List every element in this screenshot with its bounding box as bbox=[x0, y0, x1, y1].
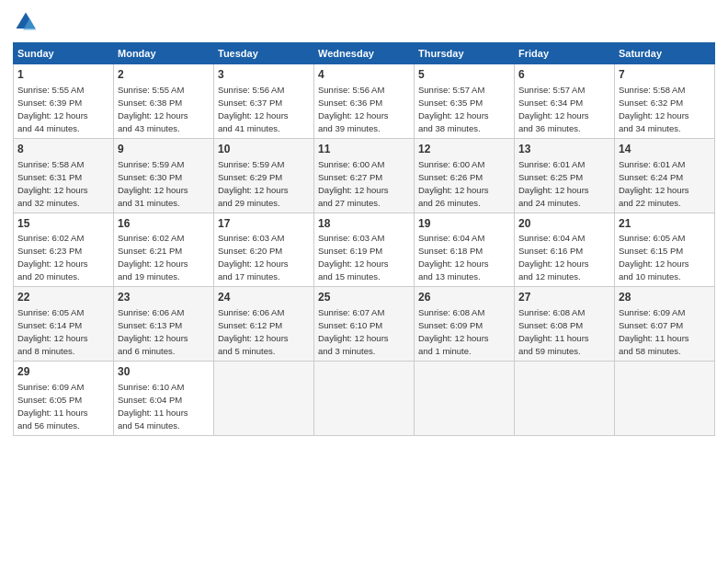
day-info: Sunrise: 5:55 AMSunset: 6:38 PMDaylight:… bbox=[118, 85, 188, 133]
day-number: 14 bbox=[619, 142, 711, 157]
calendar-cell-5: 5Sunrise: 5:57 AMSunset: 6:35 PMDaylight… bbox=[415, 64, 515, 139]
calendar-cell-10: 10Sunrise: 5:59 AMSunset: 6:29 PMDayligh… bbox=[214, 138, 314, 213]
day-info: Sunrise: 6:09 AMSunset: 6:05 PMDaylight:… bbox=[17, 382, 88, 431]
calendar-cell-21: 21Sunrise: 6:05 AMSunset: 6:15 PMDayligh… bbox=[615, 213, 715, 287]
calendar-cell-6: 6Sunrise: 5:57 AMSunset: 6:34 PMDaylight… bbox=[515, 64, 615, 139]
day-number: 28 bbox=[619, 290, 711, 305]
calendar-cell-19: 19Sunrise: 6:04 AMSunset: 6:18 PMDayligh… bbox=[415, 213, 515, 287]
header-day-sunday: Sunday bbox=[14, 43, 114, 64]
day-info: Sunrise: 5:56 AMSunset: 6:36 PMDaylight:… bbox=[318, 85, 389, 133]
header-day-thursday: Thursday bbox=[415, 43, 515, 64]
calendar-cell-20: 20Sunrise: 6:04 AMSunset: 6:16 PMDayligh… bbox=[515, 213, 615, 287]
day-number: 26 bbox=[418, 290, 510, 305]
day-info: Sunrise: 6:07 AMSunset: 6:10 PMDaylight:… bbox=[318, 307, 389, 356]
calendar: SundayMondayTuesdayWednesdayThursdayFrid… bbox=[13, 42, 715, 436]
calendar-week-1: 1Sunrise: 5:55 AMSunset: 6:39 PMDaylight… bbox=[14, 64, 715, 139]
calendar-cell-28: 28Sunrise: 6:09 AMSunset: 6:07 PMDayligh… bbox=[615, 287, 715, 362]
page: SundayMondayTuesdayWednesdayThursdayFrid… bbox=[0, 0, 728, 563]
calendar-cell-18: 18Sunrise: 6:03 AMSunset: 6:19 PMDayligh… bbox=[314, 213, 415, 287]
day-info: Sunrise: 6:08 AMSunset: 6:09 PMDaylight:… bbox=[418, 307, 489, 356]
day-number: 11 bbox=[318, 142, 410, 157]
day-info: Sunrise: 5:59 AMSunset: 6:30 PMDaylight:… bbox=[118, 159, 188, 208]
day-info: Sunrise: 5:59 AMSunset: 6:29 PMDaylight:… bbox=[218, 159, 289, 208]
calendar-week-4: 22Sunrise: 6:05 AMSunset: 6:14 PMDayligh… bbox=[14, 287, 715, 362]
day-number: 1 bbox=[17, 67, 109, 83]
header-day-monday: Monday bbox=[114, 43, 214, 64]
day-number: 3 bbox=[218, 67, 310, 83]
calendar-cell-22: 22Sunrise: 6:05 AMSunset: 6:14 PMDayligh… bbox=[14, 287, 114, 362]
day-number: 12 bbox=[418, 142, 510, 157]
day-info: Sunrise: 6:10 AMSunset: 6:04 PMDaylight:… bbox=[118, 382, 188, 431]
calendar-cell-13: 13Sunrise: 6:01 AMSunset: 6:25 PMDayligh… bbox=[515, 138, 615, 213]
day-info: Sunrise: 6:05 AMSunset: 6:14 PMDaylight:… bbox=[17, 307, 88, 356]
calendar-cell-empty bbox=[615, 362, 715, 436]
calendar-cell-25: 25Sunrise: 6:07 AMSunset: 6:10 PMDayligh… bbox=[314, 287, 415, 362]
day-number: 16 bbox=[118, 216, 210, 232]
day-number: 27 bbox=[518, 290, 610, 305]
calendar-cell-2: 2Sunrise: 5:55 AMSunset: 6:38 PMDaylight… bbox=[114, 64, 214, 139]
calendar-cell-3: 3Sunrise: 5:56 AMSunset: 6:37 PMDaylight… bbox=[214, 64, 314, 139]
calendar-cell-empty bbox=[515, 362, 615, 436]
header-day-saturday: Saturday bbox=[615, 43, 715, 64]
day-info: Sunrise: 6:06 AMSunset: 6:12 PMDaylight:… bbox=[218, 307, 289, 356]
day-info: Sunrise: 6:01 AMSunset: 6:25 PMDaylight:… bbox=[518, 159, 589, 208]
header-day-wednesday: Wednesday bbox=[314, 43, 415, 64]
calendar-cell-15: 15Sunrise: 6:02 AMSunset: 6:23 PMDayligh… bbox=[14, 213, 114, 287]
day-info: Sunrise: 5:58 AMSunset: 6:31 PMDaylight:… bbox=[17, 159, 88, 208]
calendar-cell-23: 23Sunrise: 6:06 AMSunset: 6:13 PMDayligh… bbox=[114, 287, 214, 362]
day-info: Sunrise: 5:57 AMSunset: 6:34 PMDaylight:… bbox=[518, 85, 589, 133]
calendar-header-row: SundayMondayTuesdayWednesdayThursdayFrid… bbox=[14, 43, 715, 64]
day-number: 18 bbox=[318, 216, 410, 232]
day-number: 5 bbox=[418, 67, 510, 83]
day-number: 29 bbox=[17, 364, 109, 380]
calendar-cell-26: 26Sunrise: 6:08 AMSunset: 6:09 PMDayligh… bbox=[415, 287, 515, 362]
day-number: 19 bbox=[418, 216, 510, 232]
calendar-cell-1: 1Sunrise: 5:55 AMSunset: 6:39 PMDaylight… bbox=[14, 64, 114, 139]
calendar-cell-4: 4Sunrise: 5:56 AMSunset: 6:36 PMDaylight… bbox=[314, 64, 415, 139]
day-info: Sunrise: 6:05 AMSunset: 6:15 PMDaylight:… bbox=[619, 233, 689, 282]
day-number: 30 bbox=[118, 364, 210, 380]
day-info: Sunrise: 5:58 AMSunset: 6:32 PMDaylight:… bbox=[619, 85, 689, 133]
day-info: Sunrise: 6:08 AMSunset: 6:08 PMDaylight:… bbox=[518, 307, 589, 356]
day-info: Sunrise: 6:06 AMSunset: 6:13 PMDaylight:… bbox=[118, 307, 188, 356]
calendar-cell-9: 9Sunrise: 5:59 AMSunset: 6:30 PMDaylight… bbox=[114, 138, 214, 213]
day-number: 23 bbox=[118, 290, 210, 305]
day-number: 13 bbox=[518, 142, 610, 157]
calendar-cell-16: 16Sunrise: 6:02 AMSunset: 6:21 PMDayligh… bbox=[114, 213, 214, 287]
day-info: Sunrise: 6:02 AMSunset: 6:23 PMDaylight:… bbox=[17, 233, 88, 282]
header bbox=[13, 9, 715, 35]
calendar-week-5: 29Sunrise: 6:09 AMSunset: 6:05 PMDayligh… bbox=[14, 362, 715, 436]
calendar-cell-empty bbox=[415, 362, 515, 436]
calendar-cell-11: 11Sunrise: 6:00 AMSunset: 6:27 PMDayligh… bbox=[314, 138, 415, 213]
day-info: Sunrise: 5:56 AMSunset: 6:37 PMDaylight:… bbox=[218, 85, 289, 133]
calendar-cell-30: 30Sunrise: 6:10 AMSunset: 6:04 PMDayligh… bbox=[114, 362, 214, 436]
calendar-cell-8: 8Sunrise: 5:58 AMSunset: 6:31 PMDaylight… bbox=[14, 138, 114, 213]
day-number: 20 bbox=[518, 216, 610, 232]
day-number: 24 bbox=[218, 290, 310, 305]
calendar-cell-7: 7Sunrise: 5:58 AMSunset: 6:32 PMDaylight… bbox=[615, 64, 715, 139]
calendar-cell-empty bbox=[214, 362, 314, 436]
day-info: Sunrise: 6:03 AMSunset: 6:20 PMDaylight:… bbox=[218, 233, 289, 282]
day-info: Sunrise: 6:00 AMSunset: 6:27 PMDaylight:… bbox=[318, 159, 389, 208]
day-info: Sunrise: 6:03 AMSunset: 6:19 PMDaylight:… bbox=[318, 233, 389, 282]
day-info: Sunrise: 5:55 AMSunset: 6:39 PMDaylight:… bbox=[17, 85, 88, 133]
calendar-week-3: 15Sunrise: 6:02 AMSunset: 6:23 PMDayligh… bbox=[14, 213, 715, 287]
calendar-cell-29: 29Sunrise: 6:09 AMSunset: 6:05 PMDayligh… bbox=[14, 362, 114, 436]
day-info: Sunrise: 6:01 AMSunset: 6:24 PMDaylight:… bbox=[619, 159, 689, 208]
day-info: Sunrise: 6:04 AMSunset: 6:18 PMDaylight:… bbox=[418, 233, 489, 282]
day-number: 2 bbox=[118, 67, 210, 83]
calendar-cell-12: 12Sunrise: 6:00 AMSunset: 6:26 PMDayligh… bbox=[415, 138, 515, 213]
day-number: 15 bbox=[17, 216, 109, 232]
day-info: Sunrise: 6:04 AMSunset: 6:16 PMDaylight:… bbox=[518, 233, 589, 282]
logo bbox=[13, 9, 42, 35]
calendar-cell-14: 14Sunrise: 6:01 AMSunset: 6:24 PMDayligh… bbox=[615, 138, 715, 213]
calendar-cell-24: 24Sunrise: 6:06 AMSunset: 6:12 PMDayligh… bbox=[214, 287, 314, 362]
day-number: 22 bbox=[17, 290, 109, 305]
day-number: 6 bbox=[518, 67, 610, 83]
day-info: Sunrise: 6:02 AMSunset: 6:21 PMDaylight:… bbox=[118, 233, 188, 282]
day-number: 7 bbox=[619, 67, 711, 83]
day-number: 9 bbox=[118, 142, 210, 157]
day-number: 25 bbox=[318, 290, 410, 305]
day-info: Sunrise: 5:57 AMSunset: 6:35 PMDaylight:… bbox=[418, 85, 489, 133]
calendar-week-2: 8Sunrise: 5:58 AMSunset: 6:31 PMDaylight… bbox=[14, 138, 715, 213]
